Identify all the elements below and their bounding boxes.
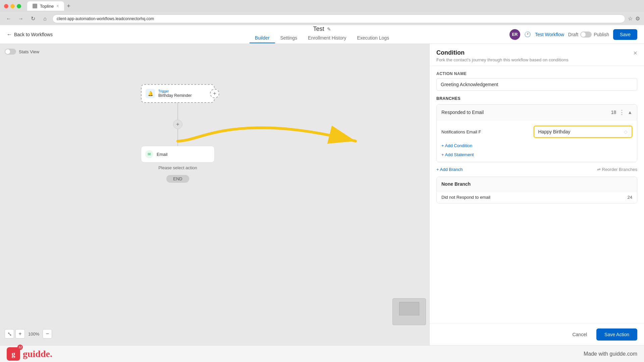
header-center: Test ✎ Builder Settings Enrollment Histo… [250, 25, 394, 43]
draft-publish-toggle[interactable] [580, 32, 592, 38]
fit-view-button[interactable]: ⤡ [5, 329, 14, 339]
none-branch-header: None Branch [437, 177, 637, 191]
browser-toolbar: ← → ↻ ⌂ client-app-automation-workflows.… [0, 12, 644, 25]
url-text: client-app-automation-workflows.leadconn… [57, 16, 154, 21]
guidde-logo-text: g [12, 350, 15, 358]
tab-execution-logs[interactable]: Execution Logs [352, 33, 394, 43]
canvas-nodes: 🔔 Trigger Birthday Reminder + + ✉ Email … [141, 84, 215, 183]
panel-header-text: Condition Fork the contact's journey thr… [436, 49, 568, 62]
guidde-logo-full: guidde. [23, 349, 52, 359]
traffic-lights [4, 4, 21, 8]
back-label: Back to Workflows [14, 32, 53, 37]
add-step-button[interactable]: + [173, 120, 182, 129]
email-node[interactable]: ✉ Email [141, 146, 215, 163]
back-nav-button[interactable]: ← [4, 14, 13, 23]
reorder-branches-button[interactable]: ⇌ Reorder Branches [597, 167, 637, 172]
condition-row-1: Notifications Email F Happy Birthday ◇ [441, 124, 632, 140]
cancel-button[interactable]: Cancel [567, 329, 592, 340]
panel-footer: Cancel Save Action [430, 323, 644, 345]
connector-line-1 [177, 103, 178, 120]
panel-header: Condition Fork the contact's journey thr… [430, 44, 644, 66]
branches-section: BRANCHES Responded to Email 18 ⋮ ▲ [436, 96, 637, 203]
panel-subtitle: Fork the contact's journey through this … [436, 57, 568, 62]
select-action-text: Please select action [158, 165, 197, 170]
branch-controls-row: + Add Branch ⇌ Reorder Branches [436, 166, 637, 173]
branch-1-content: Notifications Email F Happy Birthday ◇ +… [437, 120, 637, 162]
add-condition-button[interactable]: + Add Condition [441, 142, 632, 149]
save-button[interactable]: Save [613, 29, 637, 40]
branch-menu-icon[interactable]: ⋮ [619, 109, 625, 116]
tab-enrollment-history[interactable]: Enrollment History [303, 33, 352, 43]
browser-titlebar: Topline × + [0, 0, 644, 12]
bookmark-icon[interactable]: ☆ [628, 15, 633, 22]
add-statement-button[interactable]: + Add Statement [441, 151, 632, 159]
workflow-title: Test [313, 25, 324, 33]
guidde-icon: g 12 [7, 347, 20, 361]
tab-settings[interactable]: Settings [275, 33, 303, 43]
trigger-text: Trigger Birthday Reminder [158, 89, 192, 98]
app-header: ← Back to Workflows Test ✎ Builder Setti… [0, 25, 644, 44]
back-arrow-icon: ← [7, 32, 12, 38]
email-label: Email [157, 152, 168, 157]
forward-nav-button[interactable]: → [16, 14, 25, 23]
panel-title: Condition [436, 49, 568, 56]
draft-toggle: Draft Publish [568, 32, 609, 38]
panel-close-button[interactable]: × [633, 49, 637, 57]
zoom-out-button[interactable]: − [43, 329, 52, 339]
settings-icon[interactable]: ⚙ [635, 15, 640, 22]
stats-toggle-thumb [5, 49, 10, 54]
zoom-controls: ⤡ + 100% − [5, 329, 52, 339]
action-name-input[interactable] [436, 78, 637, 91]
happy-birthday-value: Happy Birthday [538, 129, 571, 134]
none-branch-text: Did not Respond to email [441, 195, 490, 200]
new-tab-button[interactable]: + [64, 3, 73, 10]
branch-1-count: 18 [611, 110, 616, 115]
maximize-traffic-light[interactable] [17, 4, 21, 8]
trigger-icon: 🔔 [146, 89, 155, 98]
connector-line-2 [177, 129, 178, 146]
trigger-label: Trigger [158, 89, 192, 93]
close-traffic-light[interactable] [4, 4, 8, 8]
clock-icon[interactable]: 🕐 [524, 31, 531, 38]
none-branch: None Branch Did not Respond to email 24 [436, 177, 637, 203]
header-tabs: Builder Settings Enrollment History Exec… [250, 33, 394, 43]
action-name-section: ACTION NAME [436, 71, 637, 91]
back-to-workflows-button[interactable]: ← Back to Workflows [7, 32, 53, 38]
toggle-thumb [581, 32, 586, 37]
avatar: ER [509, 29, 520, 40]
refresh-nav-button[interactable]: ↻ [28, 14, 38, 23]
address-bar[interactable]: client-app-automation-workflows.leadconn… [52, 14, 625, 23]
test-workflow-button[interactable]: Test Workflow [535, 32, 564, 37]
branch-1-actions: 18 ⋮ ▲ [611, 109, 632, 116]
panel-body: ACTION NAME BRANCHES Responded to Email … [430, 66, 644, 323]
tab-bar: Topline × + [27, 1, 73, 11]
header-title-row: Test ✎ [313, 25, 331, 33]
none-branch-content: Did not Respond to email 24 [437, 191, 637, 203]
edit-title-icon[interactable]: ✎ [327, 26, 331, 32]
made-with-text: Made with guidde.com [584, 351, 637, 357]
minimize-traffic-light[interactable] [10, 4, 15, 8]
trigger-add-button[interactable]: + [210, 89, 219, 98]
canvas-area[interactable]: Stats View 🔔 Trigger Birthday Reminder +… [0, 44, 429, 345]
tab-close-icon[interactable]: × [56, 4, 59, 8]
mini-map-inner [399, 302, 419, 315]
browser-tab[interactable]: Topline × [27, 1, 64, 11]
tab-builder[interactable]: Builder [250, 33, 275, 43]
guidde-badge-count: 12 [17, 345, 23, 350]
app-container: ← Back to Workflows Test ✎ Builder Setti… [0, 25, 644, 345]
zoom-level: 100% [26, 331, 41, 337]
trigger-sublabel: Birthday Reminder [158, 93, 192, 98]
tab-favicon [33, 4, 37, 8]
stats-view-toggle[interactable] [5, 49, 16, 55]
email-icon: ✉ [145, 150, 153, 158]
happy-birthday-input[interactable]: Happy Birthday ◇ [534, 126, 633, 138]
home-nav-button[interactable]: ⌂ [40, 14, 50, 23]
guidde-footer: g 12 guidde. Made with guidde.com [0, 345, 644, 362]
save-action-button[interactable]: Save Action [596, 328, 637, 341]
branch-chevron-icon[interactable]: ▲ [628, 110, 632, 115]
trigger-node[interactable]: 🔔 Trigger Birthday Reminder + [141, 84, 215, 103]
none-branch-count: 24 [628, 195, 632, 200]
zoom-in-button[interactable]: + [15, 329, 25, 339]
add-branch-button[interactable]: + Add Branch [436, 166, 463, 173]
branch-1-header[interactable]: Responded to Email 18 ⋮ ▲ [437, 105, 637, 120]
